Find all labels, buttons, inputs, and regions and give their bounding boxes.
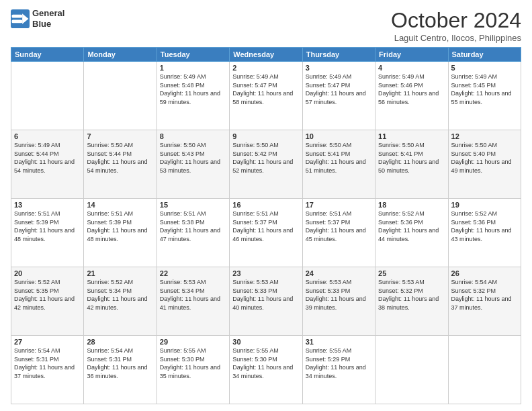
- day-number: 15: [160, 201, 226, 209]
- day-cell: 13Sunrise: 5:51 AMSunset: 5:39 PMDayligh…: [11, 199, 84, 267]
- day-number: 6: [14, 132, 81, 140]
- day-number: 21: [87, 269, 153, 277]
- day-cell: 29Sunrise: 5:55 AMSunset: 5:30 PMDayligh…: [157, 336, 229, 404]
- day-cell: [448, 336, 521, 404]
- logo-icon: [11, 9, 30, 28]
- day-info: Sunrise: 5:51 AMSunset: 5:39 PMDaylight:…: [87, 210, 153, 243]
- day-cell: 20Sunrise: 5:52 AMSunset: 5:35 PMDayligh…: [11, 267, 84, 336]
- day-number: 13: [14, 201, 81, 209]
- day-number: 11: [378, 132, 445, 140]
- day-number: 19: [451, 201, 518, 209]
- weekday-header-saturday: Saturday: [448, 48, 521, 62]
- day-number: 22: [160, 269, 226, 277]
- day-number: 1: [160, 64, 226, 72]
- day-number: 9: [232, 132, 299, 140]
- day-cell: 31Sunrise: 5:55 AMSunset: 5:29 PMDayligh…: [302, 336, 375, 404]
- day-number: 30: [232, 338, 299, 346]
- day-cell: 26Sunrise: 5:54 AMSunset: 5:32 PMDayligh…: [448, 267, 521, 336]
- day-info: Sunrise: 5:50 AMSunset: 5:44 PMDaylight:…: [87, 141, 153, 175]
- day-info: Sunrise: 5:55 AMSunset: 5:30 PMDaylight:…: [232, 347, 299, 380]
- day-cell: 14Sunrise: 5:51 AMSunset: 5:39 PMDayligh…: [84, 199, 157, 267]
- day-info: Sunrise: 5:54 AMSunset: 5:32 PMDaylight:…: [451, 278, 518, 312]
- day-number: 4: [378, 64, 445, 72]
- day-info: Sunrise: 5:50 AMSunset: 5:41 PMDaylight:…: [378, 141, 445, 175]
- day-info: Sunrise: 5:53 AMSunset: 5:32 PMDaylight:…: [378, 278, 445, 312]
- weekday-header-row: SundayMondayTuesdayWednesdayThursdayFrid…: [11, 48, 521, 62]
- day-number: 8: [160, 132, 226, 140]
- week-row-5: 27Sunrise: 5:54 AMSunset: 5:31 PMDayligh…: [11, 336, 521, 404]
- day-cell: 4Sunrise: 5:49 AMSunset: 5:46 PMDaylight…: [375, 62, 448, 130]
- day-info: Sunrise: 5:49 AMSunset: 5:47 PMDaylight:…: [232, 73, 299, 106]
- day-info: Sunrise: 5:50 AMSunset: 5:43 PMDaylight:…: [160, 141, 226, 175]
- day-cell: 1Sunrise: 5:49 AMSunset: 5:48 PMDaylight…: [157, 62, 229, 130]
- weekday-header-tuesday: Tuesday: [157, 48, 229, 62]
- day-number: 17: [306, 201, 372, 209]
- day-info: Sunrise: 5:49 AMSunset: 5:46 PMDaylight:…: [378, 73, 445, 106]
- logo-text: General Blue: [32, 8, 64, 29]
- day-info: Sunrise: 5:52 AMSunset: 5:36 PMDaylight:…: [451, 210, 518, 243]
- weekday-header-monday: Monday: [84, 48, 157, 62]
- day-info: Sunrise: 5:55 AMSunset: 5:30 PMDaylight:…: [160, 347, 226, 380]
- day-cell: 30Sunrise: 5:55 AMSunset: 5:30 PMDayligh…: [230, 336, 302, 404]
- day-number: 2: [232, 64, 299, 72]
- day-info: Sunrise: 5:51 AMSunset: 5:38 PMDaylight:…: [160, 210, 226, 243]
- day-info: Sunrise: 5:52 AMSunset: 5:34 PMDaylight:…: [87, 278, 153, 312]
- day-info: Sunrise: 5:53 AMSunset: 5:33 PMDaylight:…: [232, 278, 299, 312]
- day-cell: 12Sunrise: 5:50 AMSunset: 5:40 PMDayligh…: [448, 130, 521, 199]
- title-block: October 2024 Laguit Centro, Ilocos, Phil…: [391, 8, 521, 43]
- day-number: 7: [87, 132, 153, 140]
- weekday-header-wednesday: Wednesday: [230, 48, 302, 62]
- day-cell: 17Sunrise: 5:51 AMSunset: 5:37 PMDayligh…: [302, 199, 375, 267]
- day-info: Sunrise: 5:49 AMSunset: 5:48 PMDaylight:…: [160, 73, 226, 106]
- day-cell: 11Sunrise: 5:50 AMSunset: 5:41 PMDayligh…: [375, 130, 448, 199]
- week-row-2: 6Sunrise: 5:49 AMSunset: 5:44 PMDaylight…: [11, 130, 521, 199]
- week-row-4: 20Sunrise: 5:52 AMSunset: 5:35 PMDayligh…: [11, 267, 521, 336]
- day-cell: [375, 336, 448, 404]
- svg-rect-2: [12, 14, 23, 17]
- day-info: Sunrise: 5:55 AMSunset: 5:29 PMDaylight:…: [306, 347, 372, 380]
- day-cell: 6Sunrise: 5:49 AMSunset: 5:44 PMDaylight…: [11, 130, 84, 199]
- day-info: Sunrise: 5:51 AMSunset: 5:37 PMDaylight:…: [306, 210, 372, 243]
- day-info: Sunrise: 5:53 AMSunset: 5:33 PMDaylight:…: [306, 278, 372, 312]
- day-cell: 7Sunrise: 5:50 AMSunset: 5:44 PMDaylight…: [84, 130, 157, 199]
- day-number: 18: [378, 201, 445, 209]
- day-number: 28: [87, 338, 153, 346]
- day-info: Sunrise: 5:54 AMSunset: 5:31 PMDaylight:…: [14, 347, 81, 380]
- logo: General Blue: [11, 8, 64, 29]
- calendar-table: SundayMondayTuesdayWednesdayThursdayFrid…: [11, 47, 521, 404]
- day-number: 31: [306, 338, 372, 346]
- day-cell: 15Sunrise: 5:51 AMSunset: 5:38 PMDayligh…: [157, 199, 229, 267]
- day-number: 24: [306, 269, 372, 277]
- day-info: Sunrise: 5:51 AMSunset: 5:39 PMDaylight:…: [14, 210, 81, 243]
- day-number: 3: [306, 64, 372, 72]
- header: General Blue October 2024 Laguit Centro,…: [11, 8, 521, 43]
- day-cell: 5Sunrise: 5:49 AMSunset: 5:45 PMDaylight…: [448, 62, 521, 130]
- day-cell: 22Sunrise: 5:53 AMSunset: 5:34 PMDayligh…: [157, 267, 229, 336]
- day-number: 14: [87, 201, 153, 209]
- day-number: 26: [451, 269, 518, 277]
- day-info: Sunrise: 5:50 AMSunset: 5:42 PMDaylight:…: [232, 141, 299, 175]
- day-cell: [84, 62, 157, 130]
- day-number: 27: [14, 338, 81, 346]
- day-info: Sunrise: 5:52 AMSunset: 5:36 PMDaylight:…: [378, 210, 445, 243]
- day-cell: 2Sunrise: 5:49 AMSunset: 5:47 PMDaylight…: [230, 62, 302, 130]
- day-info: Sunrise: 5:54 AMSunset: 5:31 PMDaylight:…: [87, 347, 153, 380]
- weekday-header-thursday: Thursday: [302, 48, 375, 62]
- month-title: October 2024: [391, 8, 521, 33]
- week-row-1: 1Sunrise: 5:49 AMSunset: 5:48 PMDaylight…: [11, 62, 521, 130]
- day-info: Sunrise: 5:49 AMSunset: 5:47 PMDaylight:…: [306, 73, 372, 106]
- day-cell: 8Sunrise: 5:50 AMSunset: 5:43 PMDaylight…: [157, 130, 229, 199]
- logo-line1: General: [32, 8, 64, 19]
- day-cell: 27Sunrise: 5:54 AMSunset: 5:31 PMDayligh…: [11, 336, 84, 404]
- week-row-3: 13Sunrise: 5:51 AMSunset: 5:39 PMDayligh…: [11, 199, 521, 267]
- location: Laguit Centro, Ilocos, Philippines: [391, 33, 521, 43]
- day-number: 12: [451, 132, 518, 140]
- day-info: Sunrise: 5:49 AMSunset: 5:45 PMDaylight:…: [451, 73, 518, 106]
- day-cell: [11, 62, 84, 130]
- logo-line2: Blue: [32, 19, 64, 30]
- day-cell: 21Sunrise: 5:52 AMSunset: 5:34 PMDayligh…: [84, 267, 157, 336]
- day-info: Sunrise: 5:53 AMSunset: 5:34 PMDaylight:…: [160, 278, 226, 312]
- day-number: 20: [14, 269, 81, 277]
- day-cell: 23Sunrise: 5:53 AMSunset: 5:33 PMDayligh…: [230, 267, 302, 336]
- svg-rect-3: [12, 19, 23, 23]
